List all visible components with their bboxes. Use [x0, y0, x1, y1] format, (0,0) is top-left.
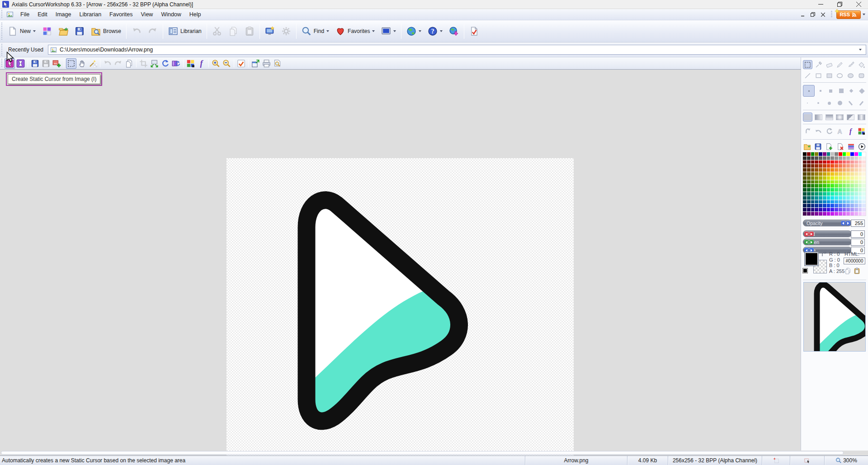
palette-swatch[interactable]	[830, 168, 834, 172]
horizontal-scrollbar[interactable]	[1, 451, 844, 455]
palette-swatch[interactable]	[830, 156, 834, 160]
palette-swatch[interactable]	[811, 152, 815, 156]
resize-button[interactable]	[149, 58, 160, 69]
toolbar-grip[interactable]	[1, 10, 3, 19]
draw-line-tool[interactable]	[803, 71, 812, 80]
draw-rounded-rect-tool[interactable]	[857, 71, 866, 80]
brush-size-square[interactable]	[837, 86, 846, 95]
html-color-field[interactable]: #000000	[844, 258, 865, 264]
editor-workspace[interactable]	[0, 70, 801, 451]
palette-swatch[interactable]	[830, 196, 834, 200]
close-button[interactable]	[849, 0, 868, 9]
palette-swatch[interactable]	[807, 184, 811, 188]
palette-swatch[interactable]	[862, 196, 866, 200]
palette-swatch[interactable]	[819, 192, 822, 196]
palette-swatch[interactable]	[843, 172, 846, 176]
copy-color-icon[interactable]	[844, 268, 851, 274]
menu-favorites[interactable]: Favorites	[105, 10, 137, 19]
test-cursor-button[interactable]	[236, 58, 246, 69]
palette-swatch[interactable]	[862, 160, 866, 164]
palette-swatch[interactable]	[854, 208, 858, 211]
palette-swatch[interactable]	[807, 168, 811, 172]
palette-swatch[interactable]	[843, 164, 846, 168]
text-letter-tool[interactable]: A	[835, 127, 844, 136]
slider-arrows[interactable]	[804, 240, 814, 244]
rotate-gray-tool[interactable]	[825, 127, 834, 136]
palette-swatch[interactable]	[815, 204, 818, 207]
palette-swatch[interactable]	[854, 160, 858, 164]
palette-swatch[interactable]	[843, 160, 846, 164]
palette-swatch[interactable]	[835, 196, 838, 200]
palette-swatch[interactable]	[823, 164, 826, 168]
restore-button[interactable]	[830, 0, 849, 9]
transparency-tool-button[interactable]	[88, 58, 98, 69]
palette-play-tool[interactable]	[858, 142, 866, 151]
palette-swatch[interactable]	[839, 196, 842, 200]
brush-size-slash[interactable]	[846, 99, 855, 108]
palette-swatch[interactable]	[839, 200, 842, 204]
palette-swatch[interactable]	[843, 188, 846, 192]
palette-swatch[interactable]	[846, 168, 850, 172]
palette-swatch[interactable]	[839, 204, 842, 207]
palette-swatch[interactable]	[859, 196, 862, 200]
palette-swatch[interactable]	[862, 164, 866, 168]
zoom-in-button[interactable]	[211, 58, 221, 69]
wizard-button[interactable]	[262, 24, 278, 38]
eraser-tool[interactable]	[825, 60, 834, 69]
palette-swatch[interactable]	[827, 168, 830, 172]
palette-swatch[interactable]	[803, 208, 807, 211]
palette-swatch[interactable]	[807, 156, 811, 160]
test-screen-button[interactable]	[378, 24, 399, 38]
palette-swatch[interactable]	[811, 208, 815, 211]
palette-swatch[interactable]	[859, 208, 862, 211]
palette-add-tool[interactable]	[825, 142, 833, 151]
palette-swatch[interactable]	[823, 168, 826, 172]
brush-size-dot[interactable]	[814, 99, 823, 108]
palette-swatch[interactable]	[850, 204, 854, 207]
palette-swatch[interactable]	[811, 168, 815, 172]
palette-swatch[interactable]	[846, 188, 850, 192]
palette-swatch[interactable]	[830, 180, 834, 184]
palette-swatch[interactable]	[807, 192, 811, 196]
palette-swatch[interactable]	[830, 152, 834, 156]
brush-size-dot[interactable]	[835, 99, 844, 108]
palette-swatch[interactable]	[835, 152, 838, 156]
brush-size-square[interactable]	[847, 86, 856, 95]
default-colors-swatch[interactable]	[802, 268, 808, 273]
palette-swatch[interactable]	[862, 192, 866, 196]
select-rect-tool[interactable]	[803, 60, 812, 69]
palette-swatch[interactable]	[807, 208, 811, 211]
minimize-button[interactable]	[811, 0, 830, 9]
menu-file[interactable]: File	[16, 10, 33, 19]
palette-swatch[interactable]	[827, 188, 830, 192]
palette-swatch[interactable]	[846, 176, 850, 180]
palette-swatch[interactable]	[835, 192, 838, 196]
green-slider[interactable]: Green0	[803, 239, 867, 245]
gradient-style-4[interactable]	[846, 113, 855, 122]
palette-swatch[interactable]	[859, 168, 862, 172]
palette-swatch[interactable]	[811, 172, 815, 176]
toolbar-grip[interactable]	[1, 44, 3, 56]
brush-size-dot[interactable]	[825, 99, 834, 108]
palette-swatch[interactable]	[839, 188, 842, 192]
palette-swatch[interactable]	[839, 180, 842, 184]
palette-swatch[interactable]	[827, 212, 830, 216]
select-tool-button[interactable]	[66, 58, 76, 69]
slider-arrows[interactable]	[804, 231, 814, 236]
save-button[interactable]	[72, 24, 87, 38]
palette-swatch[interactable]	[859, 184, 862, 188]
palette-swatch[interactable]	[859, 188, 862, 192]
palette-swatch[interactable]	[846, 200, 850, 204]
palette-swatch[interactable]	[807, 152, 811, 156]
palette-swatch[interactable]	[823, 160, 826, 164]
palette-swatch[interactable]	[862, 152, 866, 156]
palette-swatch[interactable]	[850, 160, 854, 164]
palette-swatch[interactable]	[803, 200, 807, 204]
open-button[interactable]	[56, 24, 71, 38]
palette-swatch[interactable]	[807, 176, 811, 180]
palette-swatch[interactable]	[859, 172, 862, 176]
palette-swatch[interactable]	[823, 152, 826, 156]
palette-swatch[interactable]	[854, 172, 858, 176]
palette-swatch[interactable]	[862, 172, 866, 176]
toolbar-grip[interactable]	[1, 23, 3, 40]
